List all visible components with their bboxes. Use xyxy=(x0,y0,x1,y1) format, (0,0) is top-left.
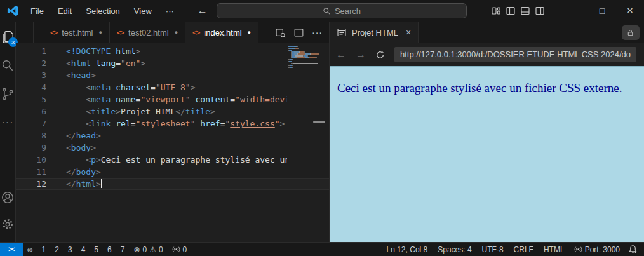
code-line[interactable]: 7 <link rel="stylesheet" href="style.css… xyxy=(16,118,329,130)
token: html xyxy=(71,58,91,68)
token: > xyxy=(140,58,145,68)
code-line[interactable]: 4 <meta charset="UTF-8"> xyxy=(16,81,329,93)
code-line[interactable]: 9<body> xyxy=(16,142,329,154)
open-preview-icon[interactable] xyxy=(275,27,286,38)
vscode-logo-icon xyxy=(7,5,18,17)
status-left-item-7[interactable]: 7 xyxy=(116,245,130,254)
html-file-icon: <> xyxy=(117,29,124,37)
token: name xyxy=(111,95,135,104)
close-window-button[interactable]: × xyxy=(616,0,644,22)
more-views-icon[interactable]: ··· xyxy=(0,115,15,130)
search-box[interactable]: Search xyxy=(217,3,467,18)
token: Projet HTML xyxy=(121,107,175,116)
account-icon[interactable] xyxy=(0,190,15,205)
minimap-line xyxy=(288,48,323,49)
close-tab-icon[interactable]: × xyxy=(406,27,411,37)
simple-browser-tab[interactable]: Projet HTML × xyxy=(330,22,419,43)
maximize-button[interactable]: □ xyxy=(588,0,616,22)
token: < xyxy=(86,155,91,165)
menu-file[interactable]: File xyxy=(23,6,51,16)
code-line[interactable]: 10 <p>Ceci est un paragraphe stylisé ave… xyxy=(16,154,329,166)
panel-tab-bar: Projet HTML × ··· xyxy=(330,22,644,43)
minimap-line xyxy=(288,65,323,66)
toggle-primary-sidebar-icon[interactable] xyxy=(506,6,516,16)
simple-browser-icon xyxy=(337,27,347,37)
toggle-panel-icon[interactable] xyxy=(520,6,530,16)
explorer-icon[interactable]: 3 xyxy=(0,29,15,44)
minimap-seg xyxy=(300,51,304,53)
minimap-seg xyxy=(298,48,299,49)
browser-forward-icon[interactable]: → xyxy=(356,49,366,60)
line-number: 4 xyxy=(16,81,46,93)
status-left-item-3[interactable]: 3 xyxy=(64,245,77,254)
customize-layout-icon[interactable] xyxy=(491,6,501,16)
line-number: 8 xyxy=(16,130,46,142)
status-right-item-3[interactable]: CRLF xyxy=(509,245,539,254)
status-left-item-6[interactable]: 6 xyxy=(103,245,116,254)
browser-back-icon[interactable]: ← xyxy=(336,49,346,60)
port-status[interactable]: Port: 3000 xyxy=(570,245,624,254)
status-right-item-1[interactable]: Spaces: 4 xyxy=(433,245,476,254)
code-line[interactable]: 8</head> xyxy=(16,130,329,142)
ports-status[interactable]: 0 xyxy=(168,245,192,254)
code-text: <head> xyxy=(46,69,96,81)
editor-tab-test.html[interactable]: <>test.html● xyxy=(43,22,110,43)
search-view-icon[interactable] xyxy=(0,58,15,73)
token xyxy=(66,83,86,92)
code-line[interactable]: 2<html lang="en"> xyxy=(16,57,329,69)
toggle-secondary-sidebar-icon[interactable] xyxy=(535,6,545,16)
token: body xyxy=(76,167,96,177)
minimap-line xyxy=(288,55,323,57)
lock-button[interactable] xyxy=(622,25,640,40)
code-line[interactable]: 6 <title>Projet HTML</title> xyxy=(16,105,329,118)
menu-edit[interactable]: Edit xyxy=(51,6,79,16)
minimap-seg xyxy=(297,46,298,47)
search-placeholder: Search xyxy=(335,6,361,16)
token: html xyxy=(76,179,96,189)
minimap[interactable] xyxy=(288,46,323,69)
editor-tab-index.html[interactable]: <>index.html● xyxy=(185,22,258,43)
status-left-item-4[interactable]: 4 xyxy=(77,245,90,254)
status-left-item-1[interactable]: 1 xyxy=(37,245,51,254)
status-bar: >< ∞1234567 ⊗ 0 ⚠ 0 0 Ln 12, Col 8Spaces… xyxy=(0,242,644,256)
source-control-icon[interactable] xyxy=(0,86,15,102)
status-left-item-0[interactable]: ∞ xyxy=(23,245,37,254)
editor-more-actions-icon[interactable]: ··· xyxy=(312,27,323,37)
indent-guide xyxy=(72,81,72,129)
editor-tab-test02.html[interactable]: <>test02.html● xyxy=(110,22,185,43)
notifications-bell[interactable] xyxy=(624,245,644,254)
status-left-item-2[interactable]: 2 xyxy=(50,245,64,254)
menu-selection[interactable]: Selection xyxy=(79,6,126,16)
settings-gear-icon[interactable] xyxy=(0,217,15,232)
minimap-seg xyxy=(292,50,292,51)
minimize-button[interactable]: ─ xyxy=(560,0,588,22)
scrollbar-handle[interactable] xyxy=(313,121,325,123)
line-number: 10 xyxy=(16,154,46,166)
problems-status[interactable]: ⊗ 0 ⚠ 0 xyxy=(129,245,167,254)
status-right-item-0[interactable]: Ln 12, Col 8 xyxy=(382,245,433,254)
menu-more[interactable]: ··· xyxy=(159,6,181,16)
menu-view[interactable]: View xyxy=(127,6,159,16)
history-back-icon[interactable]: ← xyxy=(198,5,208,17)
token: > xyxy=(116,107,121,116)
code-line[interactable]: 12</html> xyxy=(16,178,329,190)
status-right-item-4[interactable]: HTML xyxy=(539,245,570,254)
code-line[interactable]: 11</body> xyxy=(16,166,329,178)
code-line[interactable]: 3<head> xyxy=(16,69,329,81)
code-line[interactable]: 5 <meta name="viewport" content="width=d… xyxy=(16,93,329,105)
modified-dot-icon: ● xyxy=(175,29,178,36)
status-right-item-2[interactable]: UTF-8 xyxy=(477,245,509,254)
code-line[interactable]: 1<!DOCTYPE html> xyxy=(16,45,329,57)
remote-indicator[interactable]: >< xyxy=(0,243,23,256)
code-text: </head> xyxy=(46,130,101,142)
code-editor[interactable]: 1<!DOCTYPE html>2<html lang="en">3<head>… xyxy=(16,43,329,242)
browser-reload-icon[interactable] xyxy=(375,50,385,60)
minimap-seg xyxy=(305,53,310,55)
split-editor-icon[interactable] xyxy=(293,27,304,38)
url-input[interactable]: http://127.0.0.1:3000/d:/DOSSIER ETUDE H… xyxy=(394,47,636,62)
token: p xyxy=(91,155,96,165)
status-left-item-5[interactable]: 5 xyxy=(90,245,103,254)
modified-dot-icon: ● xyxy=(248,29,251,36)
token xyxy=(66,95,86,104)
token: < xyxy=(66,58,71,68)
